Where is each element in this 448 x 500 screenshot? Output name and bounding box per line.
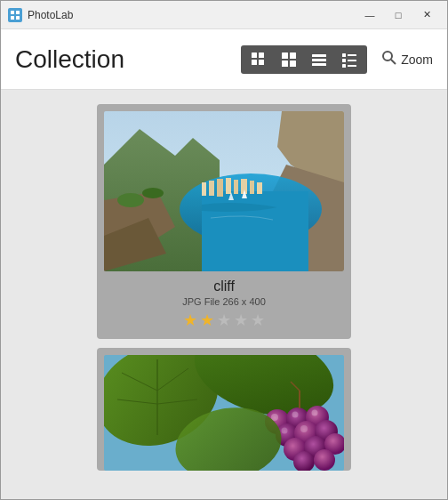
svg-rect-16: [348, 54, 356, 56]
zoom-control[interactable]: Zoom: [381, 50, 433, 69]
search-icon: [381, 50, 397, 69]
svg-rect-8: [282, 52, 288, 59]
cliff-info: cliff JPG File 266 x 400 ★ ★ ★ ★ ★: [104, 271, 344, 330]
close-button[interactable]: ✕: [413, 6, 440, 24]
svg-line-22: [391, 60, 396, 64]
zoom-label: Zoom: [401, 52, 433, 67]
svg-rect-11: [290, 60, 296, 67]
app-icon: [8, 8, 22, 22]
svg-rect-33: [234, 180, 238, 194]
svg-rect-0: [11, 11, 14, 14]
cliff-name: cliff: [104, 278, 344, 294]
maximize-button[interactable]: □: [385, 6, 412, 24]
svg-point-21: [383, 52, 392, 60]
svg-point-39: [117, 193, 144, 207]
view-grid-medium-button[interactable]: [276, 49, 301, 70]
svg-rect-14: [312, 63, 326, 66]
title-bar-left: PhotoLab: [8, 8, 73, 22]
star-4[interactable]: ★: [234, 310, 248, 330]
svg-rect-29: [202, 182, 206, 196]
svg-rect-2: [11, 16, 14, 20]
svg-rect-7: [259, 60, 264, 65]
svg-point-40: [142, 188, 164, 198]
svg-rect-19: [342, 64, 346, 68]
svg-point-66: [300, 425, 308, 432]
photo-card-cliff[interactable]: cliff JPG File 266 x 400 ★ ★ ★ ★ ★: [97, 104, 351, 339]
view-grid-small-button[interactable]: [246, 49, 271, 70]
svg-rect-6: [252, 60, 257, 65]
star-2[interactable]: ★: [200, 310, 214, 330]
cliff-image: [104, 111, 344, 271]
svg-rect-17: [342, 59, 346, 62]
star-3[interactable]: ★: [217, 310, 231, 330]
header-bar: Collection: [1, 29, 447, 90]
cliff-rating[interactable]: ★ ★ ★ ★ ★: [104, 310, 344, 330]
view-list-button[interactable]: [307, 49, 332, 70]
svg-rect-18: [348, 60, 356, 61]
svg-rect-10: [282, 60, 288, 67]
cliff-meta: JPG File 266 x 400: [104, 296, 344, 307]
svg-point-63: [292, 412, 299, 418]
title-bar: PhotoLab — □ ✕: [1, 1, 447, 29]
view-details-button[interactable]: [337, 49, 362, 70]
svg-point-64: [312, 410, 318, 416]
svg-rect-31: [217, 179, 223, 197]
svg-rect-13: [312, 59, 326, 61]
star-1[interactable]: ★: [183, 310, 197, 330]
svg-point-61: [314, 449, 335, 471]
svg-rect-5: [259, 52, 264, 58]
svg-rect-9: [290, 52, 296, 59]
photo-card-grapes[interactable]: [97, 348, 351, 471]
svg-rect-30: [209, 181, 214, 196]
view-toolbar: [241, 45, 367, 74]
photo-collection: cliff JPG File 266 x 400 ★ ★ ★ ★ ★: [1, 90, 447, 500]
svg-rect-15: [342, 53, 346, 57]
svg-rect-36: [257, 182, 262, 194]
svg-rect-1: [16, 11, 20, 14]
svg-rect-35: [250, 181, 254, 194]
minimize-button[interactable]: —: [356, 6, 383, 24]
svg-rect-32: [226, 178, 231, 194]
star-5[interactable]: ★: [251, 310, 265, 330]
title-bar-controls: — □ ✕: [356, 6, 440, 24]
header-right: Zoom: [241, 45, 433, 74]
page-title: Collection: [15, 45, 124, 74]
grapes-image: [104, 355, 344, 471]
svg-rect-12: [312, 54, 326, 57]
svg-point-65: [282, 428, 288, 434]
svg-rect-4: [252, 52, 257, 58]
app-title: PhotoLab: [28, 9, 73, 21]
svg-rect-20: [348, 65, 356, 67]
svg-rect-3: [16, 16, 20, 20]
